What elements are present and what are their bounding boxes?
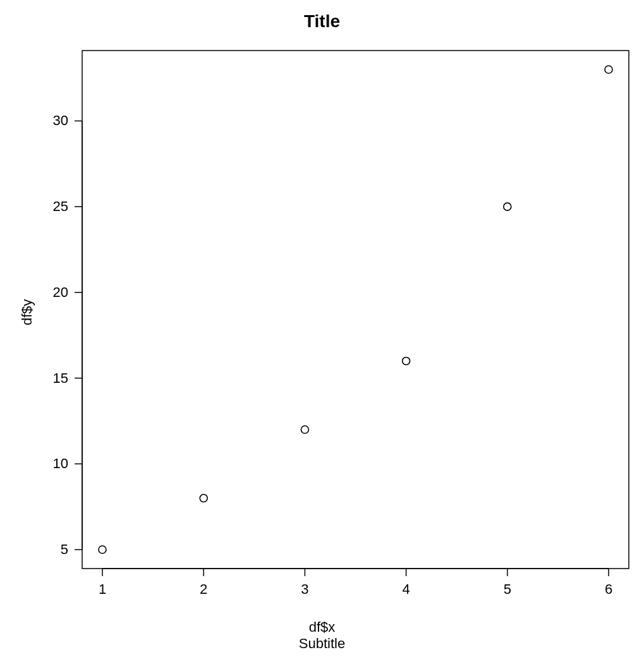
data-point	[403, 357, 410, 365]
y-tick-label: 20	[53, 284, 68, 300]
x-tick-label: 2	[200, 581, 207, 597]
y-tick-label: 5	[61, 541, 68, 557]
data-point	[504, 203, 511, 210]
y-tick-label: 10	[53, 455, 68, 471]
x-axis-label: df$x	[0, 619, 644, 636]
plot-area	[82, 51, 629, 569]
y-tick-label: 25	[53, 198, 68, 214]
data-point	[301, 426, 308, 433]
chart-subtitle: Subtitle	[0, 636, 644, 652]
chart-svg: 12345651015202530	[0, 0, 644, 669]
x-tick-label: 6	[605, 581, 612, 597]
data-point	[200, 495, 207, 502]
y-tick-label: 30	[53, 112, 68, 128]
x-tick-label: 3	[301, 581, 308, 597]
x-axis-label-block: df$x Subtitle	[0, 619, 644, 653]
x-tick-label: 5	[504, 581, 511, 597]
x-tick-label: 4	[402, 581, 410, 597]
y-tick-label: 15	[53, 370, 68, 386]
data-point	[99, 546, 106, 553]
data-point	[605, 66, 612, 73]
chart-container: Title df$y 12345651015202530 df$x Subtit…	[0, 0, 644, 669]
x-tick-label: 1	[99, 581, 106, 597]
